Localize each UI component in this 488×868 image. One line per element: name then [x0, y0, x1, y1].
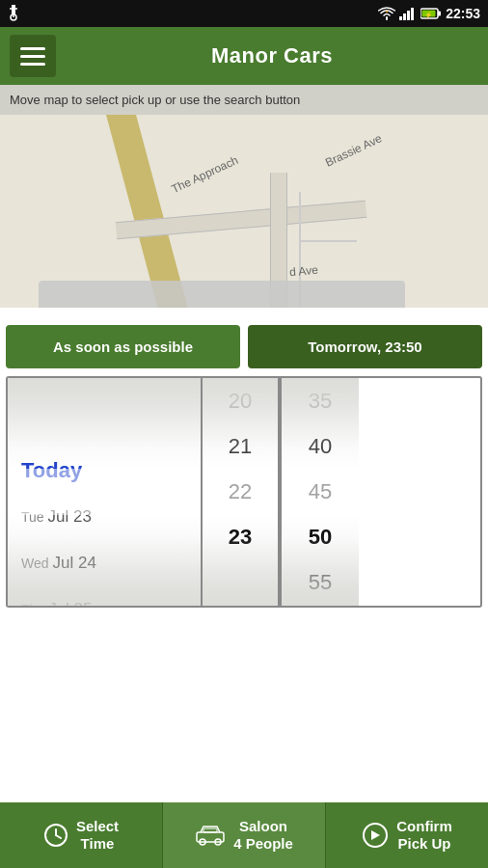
svg-rect-9 — [411, 8, 414, 20]
confirm-line2: Pick Up — [396, 835, 452, 853]
hour-value: 21 — [229, 434, 252, 459]
svg-line-16 — [56, 835, 61, 838]
instruction-bar: Move map to select pick up or use the se… — [0, 85, 488, 115]
svg-rect-6 — [399, 16, 402, 20]
hour-value: 23 — [229, 525, 252, 550]
day-abbr-wed: Wed — [21, 556, 49, 571]
confirm-pickup-button[interactable]: Confirm Pick Up — [326, 802, 488, 868]
map-road-detail — [299, 240, 357, 242]
day-item-spacer — [8, 378, 201, 401]
svg-rect-11 — [438, 12, 441, 16]
map-label-brassie: Brassie Ave — [323, 131, 384, 169]
hour-picker-column[interactable]: 20 21 22 23 — [203, 378, 280, 606]
day-item-today[interactable]: Today — [8, 448, 201, 494]
signal-icon — [399, 7, 417, 20]
hour-value: 22 — [229, 479, 252, 504]
minute-picker-column[interactable]: 35 40 45 50 55 — [282, 378, 359, 606]
confirm-line1: Confirm — [396, 818, 452, 835]
map-road-main — [103, 115, 196, 308]
map-search-bar[interactable] — [39, 281, 405, 308]
hour-value: 20 — [229, 389, 252, 414]
day-label-tue: Jul 23 — [48, 507, 92, 527]
hour-item-22[interactable]: 22 — [203, 469, 278, 514]
day-item-tue[interactable]: Tue Jul 23 — [8, 494, 201, 540]
select-time-button[interactable]: Select Time — [0, 802, 163, 868]
map-label-approach: The Approach — [170, 153, 241, 196]
usb-icon — [8, 5, 19, 22]
asap-button[interactable]: As soon as possible — [6, 325, 240, 368]
minute-item-40[interactable]: 40 — [282, 423, 359, 469]
tomorrow-button[interactable]: Tomorrow, 23:50 — [248, 325, 482, 368]
minute-item-45[interactable]: 45 — [282, 469, 359, 514]
status-bar: ⚡ 22:53 — [0, 0, 488, 27]
car-icon — [195, 825, 226, 846]
svg-rect-0 — [12, 5, 15, 14]
minute-item-35[interactable]: 35 — [282, 378, 359, 423]
wifi-icon — [378, 7, 395, 20]
svg-text:⚡: ⚡ — [424, 11, 433, 19]
day-abbr-tue: Tue — [21, 509, 44, 525]
day-label-wed: Jul 24 — [53, 554, 96, 573]
battery-icon: ⚡ — [420, 7, 442, 20]
select-time-label: Select Time — [76, 818, 119, 853]
hour-item-23[interactable]: 23 — [203, 515, 278, 560]
hour-item-20[interactable]: 20 — [203, 378, 278, 423]
minute-value: 35 — [309, 389, 332, 414]
menu-icon — [20, 55, 45, 58]
bottom-toolbar: Select Time Saloon 4 People Confirm Pick… — [0, 802, 488, 868]
day-abbr-thu: Thu — [21, 602, 44, 606]
minute-item-55[interactable]: 55 — [282, 560, 359, 606]
hour-item-21[interactable]: 21 — [203, 423, 278, 469]
clock-icon — [43, 823, 68, 848]
select-time-line2: Time — [76, 835, 119, 853]
minute-value: 50 — [309, 525, 332, 550]
select-time-line1: Select — [76, 818, 119, 835]
svg-rect-8 — [407, 11, 410, 20]
app-header: Manor Cars — [0, 27, 488, 85]
map-view[interactable]: The Approach Brassie Ave d Ave — [0, 115, 488, 308]
minute-value: 45 — [309, 479, 332, 504]
minute-item-50[interactable]: 50 — [282, 515, 359, 560]
car-type-button[interactable]: Saloon 4 People — [163, 802, 326, 868]
menu-icon — [20, 63, 45, 66]
confirm-arrow-icon — [362, 822, 389, 849]
car-type-name: Saloon — [233, 818, 293, 835]
instruction-text: Move map to select pick up or use the se… — [10, 93, 300, 107]
day-item[interactable] — [8, 401, 201, 448]
day-picker-column[interactable]: Today Tue Jul 23 Wed Jul 24 Thu Jul 25 F… — [8, 378, 201, 606]
status-left-icons — [8, 5, 19, 22]
map-label-d-ave: d Ave — [288, 263, 318, 280]
time-display: 22:53 — [446, 6, 480, 21]
day-item-thu[interactable]: Thu Jul 25 — [8, 586, 201, 606]
app-title: Manor Cars — [66, 43, 478, 68]
status-right-icons: ⚡ 22:53 — [378, 6, 480, 21]
car-people-count: 4 People — [233, 835, 293, 853]
date-time-picker[interactable]: Today Tue Jul 23 Wed Jul 24 Thu Jul 25 F… — [6, 376, 482, 608]
spacer — [0, 308, 488, 325]
svg-point-5 — [386, 11, 388, 13]
minute-value: 55 — [309, 570, 332, 595]
car-type-label: Saloon 4 People — [233, 818, 293, 853]
time-selection-row: As soon as possible Tomorrow, 23:50 — [0, 325, 488, 368]
hour-item-empty[interactable] — [203, 560, 278, 606]
svg-rect-7 — [403, 14, 406, 20]
day-label-today: Today — [21, 458, 82, 483]
menu-button[interactable] — [10, 35, 56, 77]
confirm-pickup-label: Confirm Pick Up — [396, 818, 452, 853]
day-item-wed[interactable]: Wed Jul 24 — [8, 540, 201, 586]
menu-icon — [20, 47, 45, 50]
minute-value: 40 — [309, 434, 332, 459]
day-label-thu: Jul 25 — [48, 600, 92, 606]
